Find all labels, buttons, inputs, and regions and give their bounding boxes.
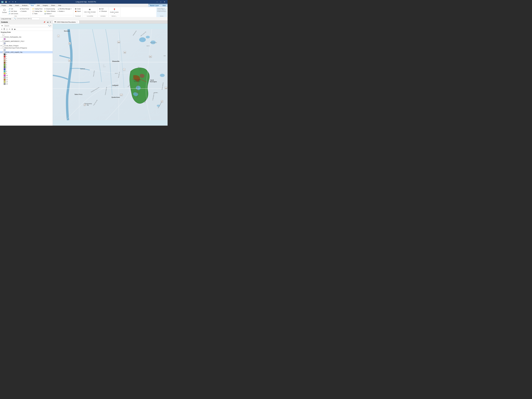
btn-link-cursors[interactable]: 🔗 Link Cursors	[8, 13, 19, 15]
list-item[interactable]	[0, 33, 53, 36]
contents-close-icon[interactable]: ✕	[49, 21, 52, 23]
contents-search-box[interactable]: 🔍 ▾	[4, 25, 52, 27]
btn-aviation[interactable]: ✈ Aviation ▾	[57, 10, 72, 13]
win-restore[interactable]: □	[159, 1, 163, 3]
tab-view[interactable]: View	[29, 4, 36, 7]
btn-python-window[interactable]: 🐍 Python Window	[44, 10, 56, 13]
btn-geoprocessing[interactable]: ⚙ Geoprocessing	[44, 8, 56, 10]
title-bar: 🗺️ 💾 ↩ ↪ ▾ Long pond map - ArcGIS Pro ─ …	[0, 0, 168, 4]
legend-swatch	[4, 83, 6, 85]
layer-checkbox-named-wb[interactable]	[2, 40, 4, 42]
list-by-drawing-order-icon[interactable]: ≡	[1, 28, 3, 31]
svg-text:Reservation: Reservation	[134, 81, 140, 82]
tab-raster-layer[interactable]: Raster Layer	[148, 4, 161, 7]
list-item[interactable]: ▴ NAMED_WATERBODY_POLY	[0, 40, 53, 42]
list-item[interactable]: ▴ Groton_Hydrography_shp	[0, 36, 53, 38]
win-close[interactable]: ✕	[163, 1, 166, 3]
legend-label: 4	[6, 62, 7, 63]
list-by-editing-icon[interactable]: ✏	[8, 28, 11, 31]
convert-icon: ⬡	[3, 8, 6, 12]
btn-color-vision-simulator[interactable]: 👁 Color Vision Simulator ▾	[83, 8, 97, 14]
tab-edit[interactable]: Edit	[36, 4, 41, 7]
link-cursors-icon: 🔗	[9, 13, 10, 14]
map-tab-usgs[interactable]: 🗺 USGS Watershed Boundaries ✕	[53, 20, 79, 24]
map-tab-close[interactable]: ✕	[76, 21, 78, 23]
legend-swatch	[4, 79, 6, 81]
legend-swatch	[4, 70, 6, 72]
legend-swatch-watershed-pts	[4, 49, 6, 51]
tab-insert[interactable]: Insert	[14, 4, 21, 7]
map-tab-bar: 🗺 USGS Watershed Boundaries ✕	[53, 20, 168, 24]
btn-create-thumbnail[interactable]: 🖼 Create	[74, 8, 82, 10]
btn-import-thumbnail[interactable]: 📥 Import	[74, 10, 82, 13]
layer-label-c2015: c2015lc_v203_ctstp83_Clip	[5, 51, 22, 53]
qat-undo[interactable]: ↩	[8, 1, 11, 3]
win-minimize[interactable]: ─	[155, 1, 159, 3]
command-search-box[interactable]: 🔍	[13, 18, 40, 20]
btn-workflow-manager[interactable]: 📊 Workflow Manager ▾	[57, 8, 72, 10]
command-search-input[interactable]	[17, 18, 38, 19]
btn-catalog-view[interactable]: 📋 Catalog View	[32, 10, 43, 13]
tab-data[interactable]: Data	[161, 4, 168, 7]
indoors-icon: 🏢	[44, 13, 46, 14]
tab-map[interactable]: Map	[8, 4, 14, 7]
list-by-labeling-icon[interactable]: ⊞	[11, 28, 13, 31]
legend-swatch	[4, 60, 6, 62]
legend-row: 3	[0, 60, 53, 62]
ribbon: Project Map Insert Analysis View Edit Im…	[0, 4, 168, 17]
tab-help[interactable]: Help	[57, 4, 63, 7]
ribbon-group-windows: 📁 Catalog Pane 📋 Catalog View ☑ Tasks ⚙	[31, 7, 73, 17]
btn-contents[interactable]: ≡ Contents	[19, 10, 30, 13]
search-dropdown-icon[interactable]: ▾	[51, 25, 51, 26]
btn-enable-location[interactable]: 📍 Enable Location ▾	[109, 8, 120, 14]
btn-reset-panes[interactable]: ⊞ Reset Panes	[19, 8, 30, 10]
svg-text:Norwich: Norwich	[64, 30, 70, 32]
list-item[interactable]: ▴ Watershed Input Points (Polygons)	[0, 47, 53, 49]
btn-link[interactable]: 🔗 Link	[8, 8, 19, 10]
aviation-icon: ✈	[57, 11, 59, 12]
svg-text:ation: ation	[103, 66, 106, 67]
svg-text:536: 536	[164, 55, 166, 57]
map-canvas[interactable]: 2 32 12 164 54 2 201 117 12 2	[53, 24, 168, 126]
btn-convert[interactable]: ⬡ Convert	[1, 8, 7, 14]
btn-remove-animation[interactable]: ✕ X Remove	[98, 10, 108, 13]
contents-panel: Contents 📌 ◀ ✕ ▼ 🔍 ▾ ≡ 🗄 ◻ ✏ ⊞ ◆ Drawing…	[0, 20, 53, 126]
contents-pin-icon[interactable]: 📌	[43, 21, 46, 23]
list-item[interactable]: ▴ c2015lc_v203_ctstp83_Clip	[0, 51, 53, 53]
list-by-selection-icon[interactable]: ◻	[6, 28, 8, 31]
command-bar: Long pond map 🔍	[0, 17, 168, 20]
layer-checkbox-watershed-pts[interactable]	[2, 47, 4, 49]
list-item[interactable]: ▶ Local_Basin_Polygon	[0, 44, 53, 47]
list-by-snapping-icon[interactable]: ◆	[14, 28, 16, 31]
btn-indoors[interactable]: 🏢 Indoors ▾	[44, 13, 56, 15]
qat-customize[interactable]: ▾	[15, 1, 17, 3]
legend-row: 4	[0, 62, 53, 64]
contents-collapse-icon[interactable]: ◀	[46, 21, 49, 23]
tab-project[interactable]: Project	[0, 4, 8, 7]
filter-icon[interactable]: ▼	[1, 24, 3, 27]
btn-link-views[interactable]: 🔗 Link Views	[8, 10, 19, 13]
svg-text:Lak: Lak	[138, 67, 139, 68]
btn-add-animation[interactable]: ➕ Add	[98, 8, 108, 10]
layer-checkbox-c2015[interactable]	[2, 51, 4, 53]
main-area: Contents 📌 ◀ ✕ ▼ 🔍 ▾ ≡ 🗄 ◻ ✏ ⊞ ◆ Drawing…	[0, 20, 168, 126]
group-label-device-location: Device L...	[109, 15, 120, 17]
btn-catalog-pane[interactable]: 📁 Catalog Pane	[32, 8, 43, 10]
list-by-data-source-icon[interactable]: 🗄	[3, 28, 6, 31]
layer-checkbox-root[interactable]	[2, 34, 4, 36]
tab-analysis[interactable]: Analysis	[20, 4, 29, 7]
tab-imagery[interactable]: Imagery	[41, 4, 50, 7]
layer-checkbox-local-basin[interactable]	[2, 45, 4, 46]
qat-redo[interactable]: ↪	[12, 1, 14, 3]
contents-search-input[interactable]	[5, 25, 48, 26]
svg-text:Shewville: Shewville	[112, 60, 119, 62]
svg-point-5	[160, 74, 165, 77]
contents-tools: ≡ 🗄 ◻ ✏ ⊞ ◆	[0, 28, 53, 31]
qat-save[interactable]: 💾	[5, 1, 7, 3]
map-svg: 2 32 12 164 54 2 201 117 12 2	[53, 24, 168, 126]
layer-checkbox-groton[interactable]	[2, 36, 4, 38]
btn-tasks[interactable]: ☑ Tasks	[32, 13, 43, 15]
legend-row: 12	[0, 79, 53, 81]
aviation-dropdown: ▾	[64, 11, 65, 12]
tab-share[interactable]: Share	[50, 4, 57, 7]
